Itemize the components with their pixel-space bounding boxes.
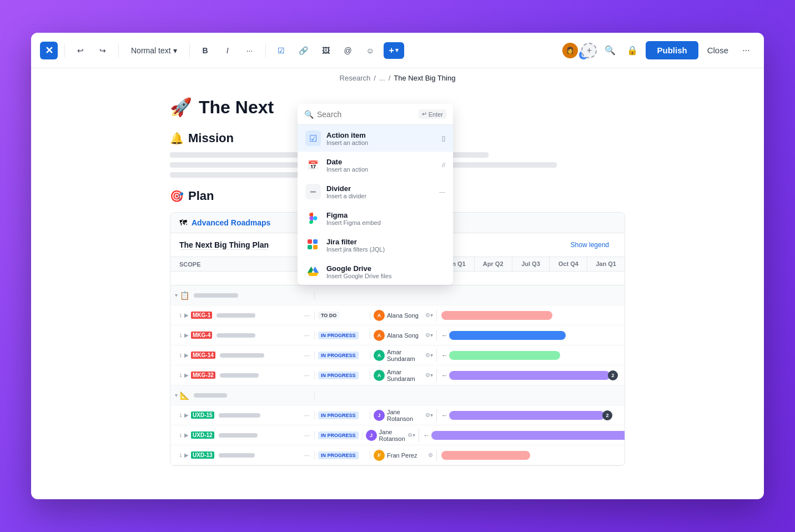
more-icon[interactable]: ··· [304,332,310,339]
breadcrumb-dots[interactable]: ... [379,74,385,82]
avatar: A [374,370,385,381]
dropdown-item-divider[interactable]: ━ Divider Insert a divider --- [298,178,453,205]
arrow-icon: ← [441,332,448,339]
assignee-dropdown-icon[interactable]: ⚙ [428,452,433,458]
breadcrumb-research[interactable]: Research [340,74,371,82]
mention-button[interactable]: @ [339,42,357,59]
arrow-icon: ← [441,411,448,419]
q2-header: Apr Q2 [475,257,512,271]
mkg14-status: IN PROGRESS [315,352,370,359]
text-style-dropdown[interactable]: Normal text ▾ [125,44,183,57]
assignee-dropdown-icon[interactable]: ⚙▾ [425,372,433,378]
chevron-down-icon[interactable]: ▾ [175,392,178,398]
q3-header: Jul Q3 [512,257,550,271]
chevron-down-icon[interactable]: ▾ [175,292,178,298]
task-button[interactable]: ☑ [273,42,290,59]
search-input[interactable] [317,110,415,119]
table-row: 1 ▶ UXD-15 ··· IN PROGRESS J Jane Rotans… [170,405,625,425]
uxd12-tag[interactable]: UXD-12 [191,431,214,439]
main-window: ✕ ↩ ↪ Normal text ▾ B I ··· ☑ 🔗 🖼 @ ☺ + … [31,33,764,499]
parent2-bar [194,393,227,398]
content-area: Research / ... / The Next Big Thing 🚀 Th… [31,68,764,499]
user-avatar: 👩 [561,42,579,59]
dropdown-item-action[interactable]: ☑ Action item Insert an action [] [298,125,453,152]
uxd15-gantt-bar: 2 [449,411,605,420]
more-icon[interactable]: ··· [304,411,310,419]
lock-button[interactable]: 🔒 [623,42,641,59]
assignee-dropdown-icon[interactable]: ⚙▾ [407,432,415,438]
expand-icon[interactable]: ▶ [184,312,189,318]
mkg1-bar [217,313,255,318]
expand-icon[interactable]: ▶ [184,412,189,418]
svg-rect-2 [308,245,312,249]
date-item-text: Date Insert an action [326,158,442,173]
more-icon[interactable]: ··· [304,352,310,359]
separator3 [189,44,190,57]
image-button[interactable]: 🖼 [317,42,335,59]
publish-button[interactable]: Publish [646,41,698,59]
undo-button[interactable]: ↩ [72,42,89,59]
expand-icon[interactable]: ▶ [184,452,189,458]
expand-icon[interactable]: ▶ [184,352,189,358]
mkg1-gantt [437,311,625,320]
separator4 [265,44,266,57]
uxd12-status: IN PROGRESS [315,431,363,439]
enter-label: Enter [429,111,443,118]
link-button[interactable]: 🔗 [295,42,313,59]
enter-icon: ↵ [422,111,427,118]
uxd13-tag[interactable]: UXD-13 [191,451,214,459]
mkg4-assignee: A Alana Song ⚙▾ [370,330,437,341]
figma-icon [305,210,321,226]
uxd13-gantt-bar [441,451,530,460]
jira-item-text: Jira filter Insert jira filters (JQL) [326,238,445,253]
more-icon[interactable]: ··· [304,451,310,459]
dropdown-item-gdrive[interactable]: Google Drive Insert Google Drive files [298,258,453,285]
enter-badge: ↵ Enter [419,109,446,119]
uxd13-status: IN PROGRESS [315,451,370,459]
breadcrumb: Research / ... / The Next Big Thing [31,68,764,86]
more-icon[interactable]: ··· [304,312,310,319]
more-format-button[interactable]: ··· [241,42,259,59]
dropdown-item-figma[interactable]: Figma Insert Figma embed [298,205,453,232]
close-button[interactable]: Close [703,42,733,58]
bold-button[interactable]: B [197,42,214,59]
mkg1-scope: 1 ▶ MKG-1 ··· [170,312,315,319]
mkg14-tag[interactable]: MKG-14 [191,352,215,359]
expand-icon[interactable]: ▶ [184,372,189,378]
mkg32-tag[interactable]: MKG-32 [191,372,215,379]
mkg4-tag[interactable]: MKG-4 [191,332,212,339]
italic-button[interactable]: I [219,42,237,59]
add-collaborator-button[interactable]: + [581,43,597,58]
assignee-dropdown-icon[interactable]: ⚙▾ [425,332,433,338]
mkg1-tag[interactable]: MKG-1 [191,312,212,319]
assignee-dropdown-icon[interactable]: ⚙▾ [425,412,433,418]
more-icon[interactable]: ··· [304,431,310,439]
emoji-button[interactable]: ☺ [361,42,379,59]
date-icon: 📅 [305,157,321,173]
table-row: ▾ 📋 [170,285,625,305]
redo-button[interactable]: ↪ [94,42,112,59]
assignee-dropdown-icon[interactable]: ⚙▾ [425,352,433,358]
show-legend-button[interactable]: Show legend [564,238,616,252]
search-button[interactable]: 🔍 [601,42,619,59]
more-icon[interactable]: ··· [304,372,310,379]
avatar: A [374,310,385,321]
avatar: J [374,410,385,421]
assignee-dropdown-icon[interactable]: ⚙▾ [425,312,433,318]
page-title[interactable]: The Next [199,97,274,118]
arrow-icon: ← [441,372,448,379]
insert-plus-button[interactable]: + ▾ [384,42,404,59]
dropdown-item-date[interactable]: 📅 Date Insert an action // [298,152,453,178]
dropdown-item-jira[interactable]: Jira filter Insert jira filters (JQL) [298,232,453,258]
mkg4-status: IN PROGRESS [315,332,370,339]
uxd15-tag[interactable]: UXD-15 [191,411,214,419]
uxd15-scope: 1 ▶ UXD-15 ··· [170,411,315,419]
avatar-initials: 👩 [566,47,574,54]
table-row: ▾ 📐 [170,385,625,405]
more-options-button[interactable]: ··· [737,42,755,59]
expand-icon[interactable]: ▶ [184,432,189,438]
expand-icon[interactable]: ▶ [184,332,189,338]
q4-header: Oct Q4 [550,257,587,271]
search-icon: 🔍 [304,110,314,119]
mkg1-status: TO DO [315,312,370,319]
